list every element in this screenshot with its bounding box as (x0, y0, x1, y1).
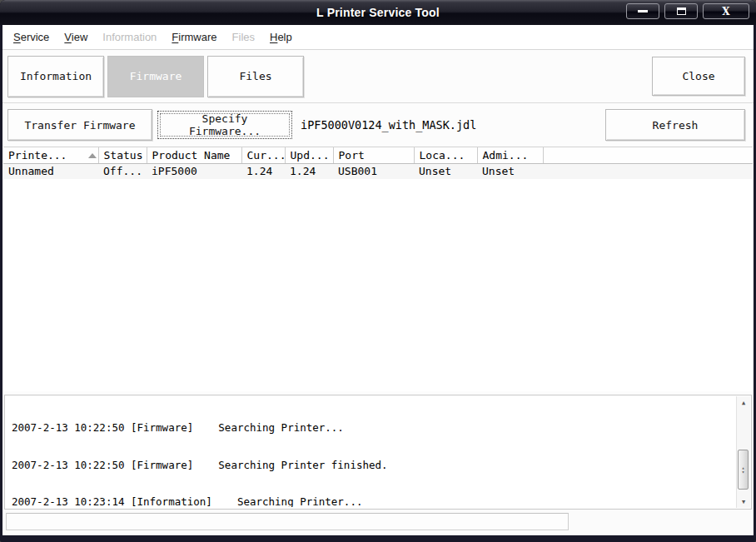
column-header-location[interactable]: Loca... (414, 147, 477, 163)
cell-current-version: 1.24 (241, 163, 285, 179)
log-line: 2007-2-13 10:23:14 [Information] Searchi… (12, 496, 734, 507)
app-window: L Printer Service Tool X Service View In… (0, 0, 756, 542)
column-header-port[interactable]: Port (333, 147, 414, 163)
window-content: Service View Information Firmware Files … (2, 25, 754, 535)
cell-product-name: iPF5000 (147, 163, 241, 179)
close-window-button[interactable]: X (703, 3, 749, 19)
log-panel[interactable]: 2007-2-13 10:22:50 [Firmware] Searching … (4, 395, 752, 510)
scroll-down-arrow-icon[interactable]: ▼ (737, 495, 750, 508)
statusbar (2, 510, 754, 535)
close-icon: X (722, 6, 729, 17)
cell-status: Off... (98, 163, 147, 179)
specify-firmware-button[interactable]: Specify Firmware... (157, 111, 292, 139)
sort-ascending-icon (88, 153, 97, 158)
cell-location: Unset (414, 163, 477, 179)
menu-files: Files (225, 27, 262, 47)
titlebar: L Printer Service Tool X (0, 0, 756, 25)
tab-row: Information Firmware Files Close (2, 50, 754, 103)
refresh-button[interactable]: Refresh (605, 109, 745, 141)
column-header-admin[interactable]: Admi... (477, 147, 543, 163)
maximize-button[interactable] (664, 3, 698, 19)
firmware-toolbar: Transfer Firmware Specify Firmware... iP… (2, 103, 754, 147)
column-header-current-version[interactable]: Cur... (241, 147, 285, 163)
cell-filler (543, 163, 753, 179)
transfer-firmware-button[interactable]: Transfer Firmware (7, 109, 152, 141)
menu-firmware[interactable]: Firmware (164, 27, 224, 47)
status-message-box (6, 513, 569, 530)
column-header-printer-name[interactable]: Printe... (3, 147, 98, 163)
tab-files[interactable]: Files (207, 56, 304, 97)
log-scrollbar[interactable]: ▲ ▴▾ ▼ (736, 396, 750, 508)
tab-firmware[interactable]: Firmware (107, 56, 204, 97)
tab-information[interactable]: Information (7, 56, 104, 97)
column-header-status[interactable]: Status (98, 147, 147, 163)
firmware-filename: iPF5000V0124_with_MASK.jdl (301, 118, 476, 132)
cell-update-version: 1.24 (285, 163, 333, 179)
window-controls: X (626, 3, 749, 19)
scroll-up-arrow-icon[interactable]: ▲ (737, 396, 750, 409)
menu-information: Information (95, 27, 164, 47)
printer-list: Printe... Status Product Name Cur... Upd… (3, 147, 753, 391)
column-header-update-version[interactable]: Upd... (285, 147, 333, 163)
table-header-row: Printe... Status Product Name Cur... Upd… (3, 147, 753, 163)
maximize-icon (677, 7, 686, 15)
cell-port: USB001 (333, 163, 414, 179)
cell-admin: Unset (477, 163, 543, 179)
close-button[interactable]: Close (652, 57, 745, 96)
menubar: Service View Information Firmware Files … (2, 25, 754, 50)
menu-service[interactable]: Service (6, 27, 57, 47)
scrollbar-thumb[interactable]: ▴▾ (738, 450, 749, 490)
thumb-grip-down-icon: ▾ (742, 470, 745, 474)
minimize-icon (638, 10, 648, 12)
column-header-product-name[interactable]: Product Name (147, 147, 241, 163)
column-header-filler (543, 147, 753, 163)
log-line: 2007-2-13 10:22:50 [Firmware] Searching … (12, 460, 734, 472)
log-text: 2007-2-13 10:22:50 [Firmware] Searching … (5, 397, 734, 507)
menu-help[interactable]: Help (262, 27, 300, 47)
log-line: 2007-2-13 10:22:50 [Firmware] Searching … (12, 422, 734, 435)
menu-view[interactable]: View (57, 27, 95, 47)
cell-printer-name: Unnamed (3, 163, 98, 179)
window-title: L Printer Service Tool (316, 6, 440, 19)
minimize-button[interactable] (626, 3, 659, 19)
printer-row[interactable]: Unnamed Off... iPF5000 1.24 1.24 USB001 … (3, 163, 753, 179)
